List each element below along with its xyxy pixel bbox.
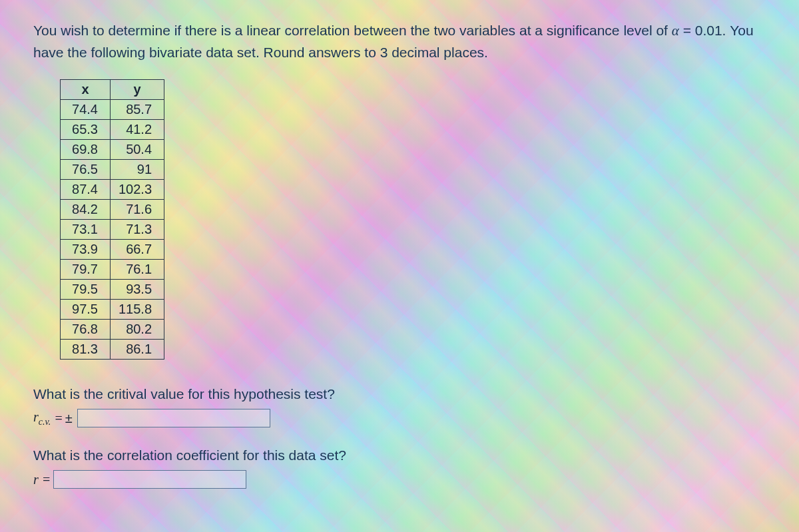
plus-minus-symbol: ± xyxy=(65,411,73,426)
header-x: x xyxy=(61,80,111,100)
table-row: 76.591 xyxy=(61,160,164,180)
cell-y: 93.5 xyxy=(111,280,164,300)
cell-x: 97.5 xyxy=(61,300,111,320)
cell-x: 81.3 xyxy=(61,340,111,360)
r-label: r xyxy=(33,472,39,487)
equals-sign: = xyxy=(679,23,695,38)
table-row: 74.485.7 xyxy=(61,100,164,120)
cell-y: 102.3 xyxy=(111,180,164,200)
table-row: 65.341.2 xyxy=(61,120,164,140)
cell-y: 71.3 xyxy=(111,220,164,240)
cell-y: 50.4 xyxy=(111,140,164,160)
table-row: 73.171.3 xyxy=(61,220,164,240)
header-y: y xyxy=(111,80,164,100)
table-row: 81.386.1 xyxy=(61,340,164,360)
cell-y: 86.1 xyxy=(111,340,164,360)
cell-y: 66.7 xyxy=(111,240,164,260)
equals-sign: = xyxy=(54,411,63,426)
table-row: 76.880.2 xyxy=(61,320,164,340)
cell-x: 79.7 xyxy=(61,260,111,280)
cell-y: 91 xyxy=(111,160,164,180)
equals-sign: = xyxy=(42,472,51,487)
critical-value-answer-line: rc.v. = ± xyxy=(33,409,766,427)
cell-y: 80.2 xyxy=(111,320,164,340)
cell-x: 87.4 xyxy=(61,180,111,200)
cell-x: 69.8 xyxy=(61,140,111,160)
critical-value-input[interactable] xyxy=(77,409,270,427)
bivariate-data-table: x y 74.485.7 65.341.2 69.850.4 76.591 87… xyxy=(60,79,164,360)
table-header-row: x y xyxy=(61,80,164,100)
table-row: 97.5115.8 xyxy=(61,300,164,320)
table-row: 69.850.4 xyxy=(61,140,164,160)
cell-x: 74.4 xyxy=(61,100,111,120)
table-row: 84.271.6 xyxy=(61,200,164,220)
cell-x: 73.9 xyxy=(61,240,111,260)
cell-y: 41.2 xyxy=(111,120,164,140)
table-row: 87.4102.3 xyxy=(61,180,164,200)
cell-x: 84.2 xyxy=(61,200,111,220)
cell-y: 115.8 xyxy=(111,300,164,320)
cell-x: 76.8 xyxy=(61,320,111,340)
table-row: 79.593.5 xyxy=(61,280,164,300)
cell-y: 76.1 xyxy=(111,260,164,280)
correlation-input[interactable] xyxy=(53,470,246,489)
rcv-label: rc.v. xyxy=(33,409,51,427)
table-row: 73.966.7 xyxy=(61,240,164,260)
table-row: 79.776.1 xyxy=(61,260,164,280)
intro-part1: You wish to determine if there is a line… xyxy=(33,23,672,38)
cell-x: 73.1 xyxy=(61,220,111,240)
cell-y: 71.6 xyxy=(111,200,164,220)
question-correlation-coefficient: What is the correlation coefficient for … xyxy=(33,447,766,463)
question-critical-value: What is the critival value for this hypo… xyxy=(33,386,766,402)
cell-y: 85.7 xyxy=(111,100,164,120)
alpha-value: 0.01 xyxy=(695,23,722,38)
cell-x: 79.5 xyxy=(61,280,111,300)
cell-x: 76.5 xyxy=(61,160,111,180)
alpha-symbol: α xyxy=(672,23,679,39)
cell-x: 65.3 xyxy=(61,120,111,140)
correlation-answer-line: r = xyxy=(33,470,766,489)
problem-statement: You wish to determine if there is a line… xyxy=(33,20,766,63)
